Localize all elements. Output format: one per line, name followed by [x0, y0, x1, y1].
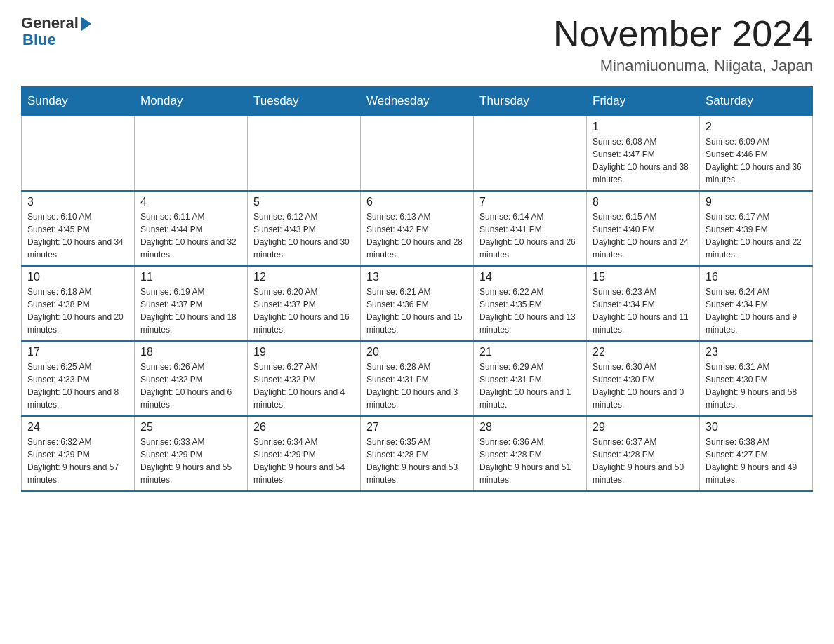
calendar-cell: 7Sunrise: 6:14 AM Sunset: 4:41 PM Daylig…: [474, 191, 587, 266]
calendar-cell: 4Sunrise: 6:11 AM Sunset: 4:44 PM Daylig…: [135, 191, 248, 266]
day-info: Sunrise: 6:32 AM Sunset: 4:29 PM Dayligh…: [27, 436, 128, 486]
logo-general-text: General: [21, 14, 79, 32]
calendar-cell: 30Sunrise: 6:38 AM Sunset: 4:27 PM Dayli…: [700, 416, 813, 491]
day-number: 30: [706, 421, 807, 434]
day-number: 9: [706, 196, 807, 208]
day-info: Sunrise: 6:22 AM Sunset: 4:35 PM Dayligh…: [479, 286, 581, 336]
calendar-cell: 22Sunrise: 6:30 AM Sunset: 4:30 PM Dayli…: [587, 341, 700, 416]
calendar-cell: 6Sunrise: 6:13 AM Sunset: 4:42 PM Daylig…: [361, 191, 474, 266]
calendar-cell: 9Sunrise: 6:17 AM Sunset: 4:39 PM Daylig…: [700, 191, 813, 266]
day-number: 20: [366, 346, 468, 358]
day-info: Sunrise: 6:35 AM Sunset: 4:28 PM Dayligh…: [366, 436, 468, 486]
calendar-cell: [22, 116, 135, 191]
day-number: 14: [479, 271, 581, 283]
day-number: 8: [593, 196, 694, 208]
calendar-week-row: 1Sunrise: 6:08 AM Sunset: 4:47 PM Daylig…: [22, 116, 813, 191]
weekday-header-thursday: Thursday: [474, 87, 587, 116]
weekday-header-monday: Monday: [135, 87, 248, 116]
day-number: 15: [593, 271, 694, 283]
day-info: Sunrise: 6:30 AM Sunset: 4:30 PM Dayligh…: [593, 361, 694, 411]
weekday-header-row: SundayMondayTuesdayWednesdayThursdayFrid…: [22, 87, 813, 116]
day-info: Sunrise: 6:19 AM Sunset: 4:37 PM Dayligh…: [140, 286, 241, 336]
day-info: Sunrise: 6:24 AM Sunset: 4:34 PM Dayligh…: [706, 286, 807, 336]
day-info: Sunrise: 6:36 AM Sunset: 4:28 PM Dayligh…: [479, 436, 581, 486]
calendar-cell: 20Sunrise: 6:28 AM Sunset: 4:31 PM Dayli…: [361, 341, 474, 416]
day-number: 4: [140, 196, 241, 208]
day-number: 28: [479, 421, 581, 434]
calendar-week-row: 17Sunrise: 6:25 AM Sunset: 4:33 PM Dayli…: [22, 341, 813, 416]
day-info: Sunrise: 6:33 AM Sunset: 4:29 PM Dayligh…: [140, 436, 241, 486]
day-info: Sunrise: 6:27 AM Sunset: 4:32 PM Dayligh…: [253, 361, 355, 411]
calendar-cell: [248, 116, 361, 191]
day-info: Sunrise: 6:26 AM Sunset: 4:32 PM Dayligh…: [140, 361, 241, 411]
day-info: Sunrise: 6:09 AM Sunset: 4:46 PM Dayligh…: [706, 135, 807, 186]
calendar-cell: 26Sunrise: 6:34 AM Sunset: 4:29 PM Dayli…: [248, 416, 361, 491]
calendar-cell: 12Sunrise: 6:20 AM Sunset: 4:37 PM Dayli…: [248, 266, 361, 341]
day-info: Sunrise: 6:14 AM Sunset: 4:41 PM Dayligh…: [479, 210, 581, 261]
day-info: Sunrise: 6:25 AM Sunset: 4:33 PM Dayligh…: [27, 361, 128, 411]
calendar-cell: 18Sunrise: 6:26 AM Sunset: 4:32 PM Dayli…: [135, 341, 248, 416]
day-info: Sunrise: 6:23 AM Sunset: 4:34 PM Dayligh…: [593, 286, 694, 336]
logo-triangle-icon: [81, 17, 91, 31]
day-number: 23: [706, 346, 807, 358]
location-title: Minamiuonuma, Niigata, Japan: [553, 57, 813, 75]
calendar-cell: 8Sunrise: 6:15 AM Sunset: 4:40 PM Daylig…: [587, 191, 700, 266]
day-info: Sunrise: 6:12 AM Sunset: 4:43 PM Dayligh…: [253, 210, 355, 261]
calendar-cell: 19Sunrise: 6:27 AM Sunset: 4:32 PM Dayli…: [248, 341, 361, 416]
calendar-cell: 25Sunrise: 6:33 AM Sunset: 4:29 PM Dayli…: [135, 416, 248, 491]
day-number: 6: [366, 196, 468, 208]
day-info: Sunrise: 6:20 AM Sunset: 4:37 PM Dayligh…: [253, 286, 355, 336]
weekday-header-tuesday: Tuesday: [248, 87, 361, 116]
calendar-cell: [361, 116, 474, 191]
day-info: Sunrise: 6:31 AM Sunset: 4:30 PM Dayligh…: [706, 361, 807, 411]
calendar-cell: 1Sunrise: 6:08 AM Sunset: 4:47 PM Daylig…: [587, 116, 700, 191]
day-info: Sunrise: 6:17 AM Sunset: 4:39 PM Dayligh…: [706, 210, 807, 261]
day-info: Sunrise: 6:21 AM Sunset: 4:36 PM Dayligh…: [366, 286, 468, 336]
day-info: Sunrise: 6:28 AM Sunset: 4:31 PM Dayligh…: [366, 361, 468, 411]
day-number: 19: [253, 346, 355, 358]
calendar-cell: 14Sunrise: 6:22 AM Sunset: 4:35 PM Dayli…: [474, 266, 587, 341]
day-number: 27: [366, 421, 468, 434]
calendar-cell: [474, 116, 587, 191]
calendar-cell: 17Sunrise: 6:25 AM Sunset: 4:33 PM Dayli…: [22, 341, 135, 416]
day-number: 11: [140, 271, 241, 283]
day-info: Sunrise: 6:34 AM Sunset: 4:29 PM Dayligh…: [253, 436, 355, 486]
calendar-cell: [135, 116, 248, 191]
calendar-table: SundayMondayTuesdayWednesdayThursdayFrid…: [21, 86, 813, 492]
calendar-cell: 5Sunrise: 6:12 AM Sunset: 4:43 PM Daylig…: [248, 191, 361, 266]
day-number: 2: [706, 121, 807, 133]
calendar-cell: 13Sunrise: 6:21 AM Sunset: 4:36 PM Dayli…: [361, 266, 474, 341]
calendar-week-row: 3Sunrise: 6:10 AM Sunset: 4:45 PM Daylig…: [22, 191, 813, 266]
day-number: 29: [593, 421, 694, 434]
calendar-week-row: 24Sunrise: 6:32 AM Sunset: 4:29 PM Dayli…: [22, 416, 813, 491]
calendar-cell: 27Sunrise: 6:35 AM Sunset: 4:28 PM Dayli…: [361, 416, 474, 491]
weekday-header-friday: Friday: [587, 87, 700, 116]
calendar-cell: 10Sunrise: 6:18 AM Sunset: 4:38 PM Dayli…: [22, 266, 135, 341]
calendar-cell: 28Sunrise: 6:36 AM Sunset: 4:28 PM Dayli…: [474, 416, 587, 491]
logo: General Blue: [21, 14, 91, 49]
weekday-header-wednesday: Wednesday: [361, 87, 474, 116]
day-number: 18: [140, 346, 241, 358]
day-info: Sunrise: 6:29 AM Sunset: 4:31 PM Dayligh…: [479, 361, 581, 411]
day-number: 16: [706, 271, 807, 283]
calendar-cell: 15Sunrise: 6:23 AM Sunset: 4:34 PM Dayli…: [587, 266, 700, 341]
day-info: Sunrise: 6:37 AM Sunset: 4:28 PM Dayligh…: [593, 436, 694, 486]
calendar-cell: 3Sunrise: 6:10 AM Sunset: 4:45 PM Daylig…: [22, 191, 135, 266]
day-number: 1: [593, 121, 694, 133]
day-number: 25: [140, 421, 241, 434]
day-number: 26: [253, 421, 355, 434]
day-number: 12: [253, 271, 355, 283]
day-number: 24: [27, 421, 128, 434]
day-number: 13: [366, 271, 468, 283]
day-number: 17: [27, 346, 128, 358]
day-number: 21: [479, 346, 581, 358]
calendar-week-row: 10Sunrise: 6:18 AM Sunset: 4:38 PM Dayli…: [22, 266, 813, 341]
calendar-cell: 24Sunrise: 6:32 AM Sunset: 4:29 PM Dayli…: [22, 416, 135, 491]
calendar-cell: 21Sunrise: 6:29 AM Sunset: 4:31 PM Dayli…: [474, 341, 587, 416]
day-number: 10: [27, 271, 128, 283]
day-info: Sunrise: 6:18 AM Sunset: 4:38 PM Dayligh…: [27, 286, 128, 336]
day-number: 5: [253, 196, 355, 208]
calendar-cell: 29Sunrise: 6:37 AM Sunset: 4:28 PM Dayli…: [587, 416, 700, 491]
day-info: Sunrise: 6:10 AM Sunset: 4:45 PM Dayligh…: [27, 210, 128, 261]
calendar-cell: 23Sunrise: 6:31 AM Sunset: 4:30 PM Dayli…: [700, 341, 813, 416]
